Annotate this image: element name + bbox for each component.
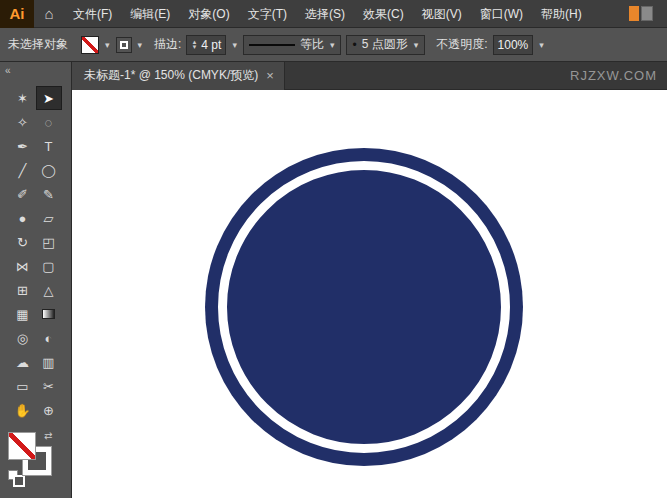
scale-tool[interactable]: ◰ (36, 230, 62, 254)
blend-tool[interactable]: ◐ (36, 326, 62, 350)
artboard-tool[interactable]: ▭ (10, 374, 36, 398)
line-segment-tool-icon: ╱ (19, 163, 27, 178)
home-icon[interactable]: ⌂ (34, 0, 64, 28)
width-tool[interactable]: ⋈ (10, 254, 36, 278)
default-fill-stroke-icon[interactable] (8, 470, 18, 480)
workspace-icon-right (641, 6, 653, 21)
slice-tool[interactable]: ✂ (36, 374, 62, 398)
paintbrush-tool[interactable]: ✐ (10, 182, 36, 206)
swap-fill-stroke-icon[interactable]: ⇄ (44, 430, 52, 441)
type-tool[interactable]: T (36, 134, 62, 158)
menu-type[interactable]: 文字(T) (239, 0, 296, 28)
stroke-weight-stepper[interactable]: ▲ ▼ (191, 40, 197, 50)
watermark-text: RJZXW.COM (570, 68, 657, 83)
eyedropper-tool[interactable]: ◎ (10, 326, 36, 350)
brush-preview-dot: • (352, 38, 356, 52)
ellipse-tool[interactable]: ◯ (36, 158, 62, 182)
toolbar-collapse-icon[interactable]: « (0, 62, 71, 80)
perspective-grid-tool-icon: △ (44, 283, 54, 298)
direct-selection-tool[interactable]: ➤ (36, 86, 62, 110)
fill-color-swatch[interactable] (81, 36, 99, 54)
rotate-tool[interactable]: ↻ (10, 230, 36, 254)
stroke-color-swatch[interactable] (116, 37, 132, 53)
gradient-tool-icon (42, 309, 55, 319)
zoom-tool[interactable]: ⊕ (36, 398, 62, 422)
ellipse-tool-icon: ◯ (41, 163, 56, 178)
opacity-label: 不透明度: (436, 36, 487, 53)
menu-select[interactable]: 选择(S) (296, 0, 354, 28)
width-profile-dropdown[interactable]: 等比 ▾ (243, 35, 342, 55)
menu-effect[interactable]: 效果(C) (354, 0, 413, 28)
artwork-circle[interactable] (205, 148, 523, 466)
blob-brush-tool[interactable]: ● (10, 206, 36, 230)
pencil-tool-icon: ✎ (43, 187, 54, 202)
magic-wand-tool-icon: ✧ (17, 115, 28, 130)
eraser-tool-icon: ▱ (44, 211, 54, 226)
free-transform-tool-icon: ▢ (42, 259, 54, 274)
gradient-tool[interactable] (36, 302, 62, 326)
brush-definition-value: 5 点圆形 (362, 36, 408, 53)
pen-tool[interactable]: ✒ (10, 134, 36, 158)
hand-tool[interactable]: ✋ (10, 398, 36, 422)
width-profile-value: 等比 (300, 36, 324, 53)
document-tab-bar: 未标题-1* @ 150% (CMYK/预览) × RJZXW.COM (72, 62, 667, 90)
menu-view[interactable]: 视图(V) (413, 0, 471, 28)
eraser-tool[interactable]: ▱ (36, 206, 62, 230)
menu-bar: Ai ⌂ 文件(F) 编辑(E) 对象(O) 文字(T) 选择(S) 效果(C)… (0, 0, 667, 28)
shape-builder-tool[interactable]: ⊞ (10, 278, 36, 302)
stepper-down-icon[interactable]: ▼ (191, 45, 197, 50)
opacity-field[interactable]: 100% (493, 35, 534, 55)
rotate-tool-icon: ↻ (17, 235, 28, 250)
artwork-inner-ring (218, 161, 510, 453)
tools-grid: ✶ ➤ ✧ ◌ ✒ T ╱ ◯ ✐ ✎ ● ▱ ↻ ◰ ⋈ ▢ ⊞ △ ▦ ◎ (0, 86, 71, 422)
scale-tool-icon: ◰ (42, 235, 54, 250)
lasso-tool-icon: ◌ (45, 115, 53, 130)
column-graph-tool[interactable]: ▥ (36, 350, 62, 374)
fill-indicator-swatch[interactable] (8, 432, 36, 460)
app-logo: Ai (0, 0, 34, 28)
type-tool-icon: T (45, 139, 53, 154)
fill-stroke-indicator: ⇄ (8, 432, 60, 484)
menu-object[interactable]: 对象(O) (179, 0, 238, 28)
menu-edit[interactable]: 编辑(E) (121, 0, 179, 28)
stroke-swatch-inner (120, 41, 128, 49)
opacity-chevron-icon[interactable]: ▾ (538, 40, 545, 50)
zoom-tool-icon: ⊕ (43, 403, 54, 418)
document-tab[interactable]: 未标题-1* @ 150% (CMYK/预览) × (72, 62, 285, 90)
line-segment-tool[interactable]: ╱ (10, 158, 36, 182)
menu-window[interactable]: 窗口(W) (471, 0, 532, 28)
document-column: 未标题-1* @ 150% (CMYK/预览) × RJZXW.COM (72, 62, 667, 498)
profile-chevron-icon: ▾ (329, 40, 336, 50)
direct-selection-tool-icon: ➤ (43, 91, 54, 106)
perspective-grid-tool[interactable]: △ (36, 278, 62, 302)
selection-status-label: 未选择对象 (8, 36, 68, 53)
fill-chevron-icon[interactable]: ▾ (104, 40, 111, 50)
lasso-tool[interactable]: ◌ (36, 110, 62, 134)
tools-panel: « ✶ ➤ ✧ ◌ ✒ T ╱ ◯ ✐ ✎ ● ▱ ↻ ◰ ⋈ ▢ ⊞ △ ▦ (0, 62, 72, 498)
pencil-tool[interactable]: ✎ (36, 182, 62, 206)
tab-close-icon[interactable]: × (266, 68, 274, 83)
stroke-chevron-icon[interactable]: ▾ (137, 40, 144, 50)
control-bar: 未选择对象 ▾ ▾ 描边: ▲ ▼ 4 pt ▾ 等比 ▾ • 5 点圆形 ▾ … (0, 28, 667, 62)
slice-tool-icon: ✂ (43, 379, 54, 394)
magic-wand-tool[interactable]: ✧ (10, 110, 36, 134)
menu-help[interactable]: 帮助(H) (532, 0, 591, 28)
pen-tool-icon: ✒ (17, 139, 28, 154)
symbol-sprayer-tool[interactable]: ☁ (10, 350, 36, 374)
free-transform-tool[interactable]: ▢ (36, 254, 62, 278)
blob-brush-tool-icon: ● (19, 211, 27, 226)
stroke-weight-value[interactable]: 4 pt (201, 38, 221, 52)
artboard-canvas[interactable] (72, 90, 667, 498)
menu-file[interactable]: 文件(F) (64, 0, 121, 28)
mesh-tool-icon: ▦ (16, 307, 28, 322)
selection-tool[interactable]: ✶ (10, 86, 36, 110)
workspace-switcher-icon[interactable] (629, 6, 655, 21)
brush-definition-dropdown[interactable]: • 5 点圆形 ▾ (346, 35, 425, 55)
selection-tool-icon: ✶ (17, 91, 28, 106)
opacity-value[interactable]: 100% (498, 38, 529, 52)
stroke-weight-field[interactable]: ▲ ▼ 4 pt (186, 35, 226, 55)
shape-builder-tool-icon: ⊞ (17, 283, 28, 298)
stroke-weight-chevron-icon[interactable]: ▾ (231, 40, 238, 50)
mesh-tool[interactable]: ▦ (10, 302, 36, 326)
brush-chevron-icon: ▾ (413, 40, 420, 50)
